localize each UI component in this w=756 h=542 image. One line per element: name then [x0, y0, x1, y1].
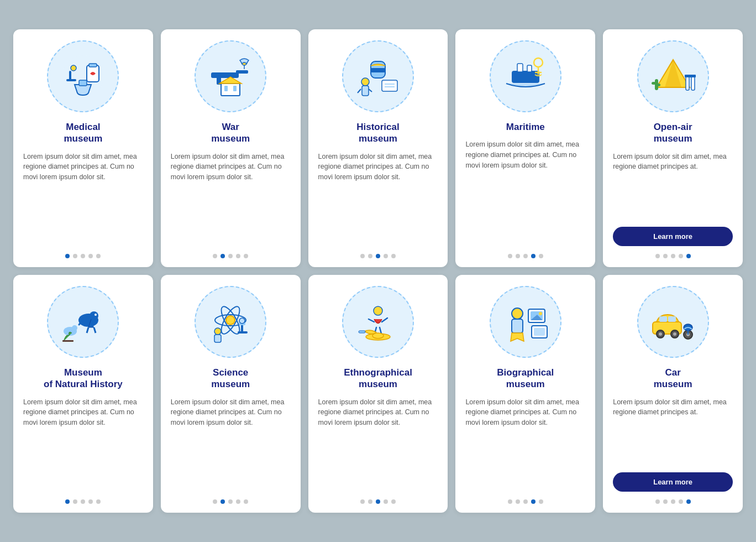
- dot-2: [671, 499, 675, 504]
- card-natural-history: Museumof Natural History Lorem ipsum dol…: [13, 275, 153, 513]
- dot-4: [96, 499, 101, 504]
- card-science-museum: Sciencemuseum Lorem ipsum dolor sit dim …: [161, 275, 301, 513]
- svg-point-44: [72, 325, 77, 331]
- svg-rect-55: [214, 335, 221, 342]
- card-medical-museum: Medicalmuseum Lorem ipsum dolor sit dim …: [13, 29, 153, 267]
- dot-4: [686, 499, 691, 504]
- svg-point-69: [539, 312, 542, 315]
- svg-rect-71: [534, 328, 545, 336]
- card-title: Sciencemuseum: [211, 367, 250, 390]
- dot-1: [663, 499, 668, 504]
- svg-rect-65: [512, 319, 523, 333]
- dot-3: [679, 254, 683, 258]
- dot-3: [236, 499, 240, 504]
- card-car-museum: Carmuseum Lorem ipsum dolor sit dim amet…: [603, 275, 743, 513]
- svg-rect-33: [686, 76, 689, 90]
- dot-0: [65, 499, 70, 504]
- dot-2: [376, 499, 380, 504]
- svg-rect-74: [668, 316, 676, 322]
- card-text: Lorem ipsum dolor sit dim amet, mea regi…: [23, 397, 143, 492]
- svg-rect-7: [211, 72, 239, 78]
- svg-line-57: [369, 319, 374, 322]
- svg-rect-63: [359, 331, 365, 333]
- card-grid: Medicalmuseum Lorem ipsum dolor sit dim …: [13, 29, 743, 513]
- card-title: Maritime: [506, 121, 545, 133]
- svg-rect-73: [659, 316, 667, 322]
- pagination-dots: [655, 254, 691, 258]
- card-title: Medicalmuseum: [64, 121, 102, 145]
- dot-3: [88, 499, 93, 504]
- dot-0: [213, 499, 217, 504]
- learn-more-button[interactable]: Learn more: [613, 472, 733, 492]
- card-title: Ethnographicalmuseum: [344, 367, 412, 390]
- svg-rect-38: [656, 84, 660, 86]
- dot-4: [244, 499, 248, 504]
- svg-rect-12: [224, 86, 228, 91]
- svg-rect-37: [652, 82, 656, 85]
- dot-1: [73, 499, 77, 504]
- svg-rect-34: [691, 76, 695, 90]
- card-text: Lorem ipsum dolor sit dim amet, mea regi…: [171, 152, 291, 247]
- svg-rect-8: [236, 70, 248, 74]
- dot-3: [384, 499, 388, 504]
- dot-2: [671, 254, 675, 258]
- dot-1: [516, 499, 520, 504]
- dot-4: [686, 254, 691, 258]
- card-text: Lorem ipsum dolor sit dim amet, mea regi…: [318, 152, 438, 247]
- svg-line-20: [358, 89, 361, 93]
- svg-rect-22: [382, 80, 397, 91]
- dot-1: [368, 254, 372, 258]
- dot-2: [228, 254, 233, 258]
- svg-point-42: [95, 314, 97, 316]
- dot-1: [663, 254, 668, 258]
- dot-0: [213, 254, 217, 258]
- dot-1: [73, 254, 77, 258]
- learn-more-button[interactable]: Learn more: [613, 227, 733, 246]
- card-title: Carmuseum: [654, 367, 692, 390]
- svg-rect-6: [79, 80, 87, 86]
- svg-point-64: [512, 308, 523, 319]
- svg-rect-5: [89, 64, 97, 67]
- dot-0: [655, 254, 660, 258]
- pagination-dots: [65, 499, 101, 504]
- dot-1: [221, 499, 225, 504]
- card-icon-historical: [342, 40, 414, 112]
- dot-2: [523, 499, 528, 504]
- dot-4: [244, 254, 248, 258]
- svg-rect-2: [69, 71, 71, 81]
- svg-rect-19: [362, 86, 369, 96]
- pagination-dots: [213, 499, 248, 504]
- card-open-air-museum: Open-airmuseum Lorem ipsum dolor sit dim…: [603, 29, 743, 267]
- card-text: Lorem ipsum dolor sit dim amet, mea regi…: [171, 397, 291, 492]
- card-biographical-museum: Biographicalmuseum Lorem ipsum dolor sit…: [455, 275, 595, 513]
- card-title: Museumof Natural History: [44, 367, 123, 390]
- svg-rect-10: [221, 84, 240, 96]
- dot-0: [65, 254, 70, 258]
- dot-0: [360, 499, 365, 504]
- svg-rect-45: [62, 340, 74, 342]
- dot-4: [539, 499, 543, 504]
- card-text: Lorem ipsum dolor sit dim amet, mea regi…: [465, 139, 585, 246]
- svg-point-78: [673, 332, 676, 336]
- svg-point-76: [659, 332, 662, 336]
- svg-point-41: [90, 311, 98, 320]
- card-icon-openair: [637, 40, 709, 112]
- card-icon-medical: [47, 40, 119, 112]
- pagination-dots: [508, 499, 543, 504]
- card-icon-car: [637, 286, 709, 358]
- svg-line-58: [382, 318, 387, 322]
- svg-point-53: [239, 318, 245, 324]
- dot-4: [539, 254, 543, 258]
- svg-point-28: [534, 58, 543, 67]
- dot-4: [391, 254, 396, 258]
- dot-4: [96, 254, 101, 258]
- dot-1: [368, 499, 372, 504]
- card-text: Lorem ipsum dolor sit dim amet, mea regi…: [613, 152, 733, 221]
- dot-3: [531, 499, 536, 504]
- pagination-dots: [508, 254, 543, 258]
- dot-0: [508, 499, 512, 504]
- dot-4: [391, 499, 396, 504]
- card-title: Historicalmuseum: [356, 121, 399, 145]
- dot-0: [508, 254, 512, 258]
- svg-point-3: [71, 65, 76, 71]
